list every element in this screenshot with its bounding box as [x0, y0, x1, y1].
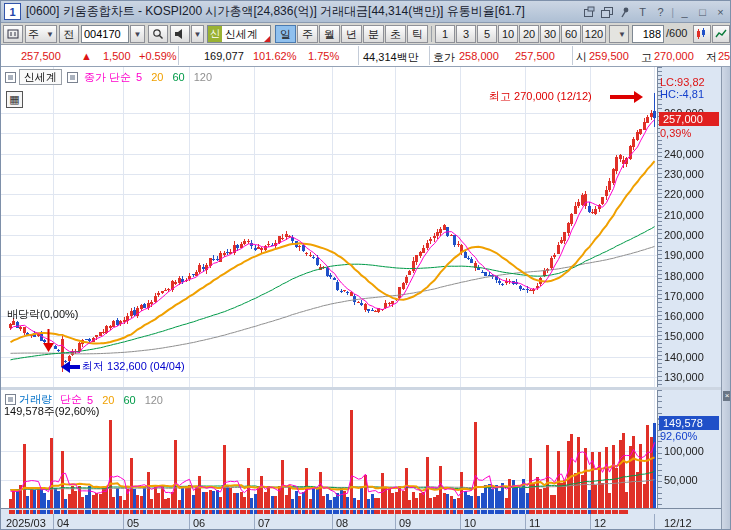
turnover-ratio: 1.75% [308, 50, 339, 62]
minimize-button[interactable]: _ [677, 4, 692, 19]
hoga-label: 호가 [433, 50, 455, 65]
x-axis-month-label: 12 [594, 517, 606, 529]
interval-20-button[interactable]: 20 [519, 25, 539, 43]
chart-window: 1 [0600] 키움종합차트 - KOSPI200 시가총액[24,836(억… [0, 0, 731, 530]
title-bar[interactable]: 1 [0600] 키움종합차트 - KOSPI200 시가총액[24,836(억… [1, 1, 731, 23]
x-axis-month-label: 07 [258, 517, 270, 529]
interval-3-button[interactable]: 3 [456, 25, 476, 43]
pin-icon[interactable] [617, 4, 632, 19]
x-axis-month-label: 10 [464, 517, 476, 529]
x-axis-separator [53, 514, 54, 530]
close-button[interactable]: × [713, 4, 728, 19]
current-volume-pct: 92,60% [660, 430, 718, 442]
chevron-down-icon: ▼ [618, 30, 626, 39]
toolbar: 주▼ 전 ▼ ▼ 신 신세계 일 주 월 년 분 초 틱 1 3 5 10 20… [1, 23, 731, 45]
price-axis-label: 230,000 [664, 168, 704, 180]
x-axis-month-label: 08 [336, 517, 348, 529]
x-axis-month-label: 09 [399, 517, 411, 529]
tab-period-day[interactable]: 일 [275, 25, 296, 43]
x-axis-separator [189, 514, 190, 530]
speaker-icon [174, 28, 186, 40]
current-price-pct: 0,39% [660, 127, 718, 139]
interval-30-button[interactable]: 30 [540, 25, 560, 43]
add-line-chart-button[interactable] [712, 25, 730, 43]
chart-window-icon-button[interactable] [3, 25, 23, 43]
x-axis-month-label: 05 [127, 517, 139, 529]
x-axis-separator [654, 514, 655, 530]
price-axis-label: 180,000 [664, 270, 704, 282]
right-edge-strip: × [721, 67, 731, 530]
add-candle-chart-button[interactable] [693, 25, 711, 43]
pane-splitter[interactable] [1, 387, 731, 390]
price-change: 1,500 [103, 50, 131, 62]
high-price: 270,000 [654, 50, 694, 62]
trade-value: 44,314백만 [363, 50, 419, 65]
interval-10-button[interactable]: 10 [498, 25, 518, 43]
text-tool-icon[interactable]: T [635, 4, 650, 19]
tab-period-tick[interactable]: 틱 [407, 25, 428, 43]
cascade-windows-icon[interactable] [599, 4, 614, 19]
chevron-down-icon: ▼ [134, 30, 142, 39]
tab-period-year[interactable]: 년 [341, 25, 362, 43]
tab-period-second[interactable]: 초 [385, 25, 406, 43]
volume-chart-canvas[interactable] [1, 390, 657, 508]
x-axis[interactable]: 12/12 2025/03040506070809101112 [1, 508, 731, 530]
volume-axis-ticks [658, 390, 662, 508]
candle-color-strip [1, 510, 657, 514]
current-volume-box: 149,578 [659, 416, 719, 430]
x-axis-separator [254, 514, 255, 530]
bar-count-input[interactable] [632, 25, 664, 43]
tab-period-month[interactable]: 월 [319, 25, 340, 43]
price-axis-label: 130,000 [664, 371, 704, 383]
current-price-box: 257,000 [659, 112, 719, 126]
search-button[interactable] [148, 25, 168, 43]
interval-60-button[interactable]: 60 [561, 25, 581, 43]
low-label: 저 [706, 50, 717, 65]
prev-stock-button[interactable]: 전 [59, 25, 79, 43]
stock-type-badge: 신 [208, 26, 222, 42]
price-axis-label: 160,000 [664, 310, 704, 322]
hc-value: HC:-4,81 [660, 88, 704, 100]
chevron-down-icon: ▼ [194, 30, 202, 39]
price-axis-label: 170,000 [664, 290, 704, 302]
tab-period-week[interactable]: 주 [297, 25, 318, 43]
restore-panel-icon[interactable] [581, 4, 596, 19]
price-axis-label: 190,000 [664, 249, 704, 261]
stock-period-combo[interactable]: 주▼ [25, 25, 57, 43]
chevron-down-icon: ▼ [46, 30, 54, 39]
open-price: 259,500 [589, 50, 629, 62]
price-change-pct: +0.59% [139, 50, 177, 62]
pane-close-button[interactable]: × [723, 391, 731, 401]
x-axis-separator [332, 514, 333, 530]
x-axis-month-label: 04 [57, 517, 69, 529]
interval-5-button[interactable]: 5 [477, 25, 497, 43]
x-axis-month-label: 06 [193, 517, 205, 529]
price-chart-canvas[interactable] [1, 67, 657, 387]
x-axis-last-date: 12/12 [664, 517, 692, 529]
price-axis-label: 140,000 [664, 351, 704, 363]
price-axis-label: 240,000 [664, 148, 704, 160]
maximize-button[interactable]: □ [695, 4, 710, 19]
stock-name-field[interactable]: 신 신세계 [207, 25, 271, 43]
sound-button[interactable] [170, 25, 190, 43]
info-separator [358, 46, 359, 65]
interval-dropdown[interactable]: ▼ [609, 25, 629, 43]
volume-axis[interactable]: 149,578 92,60% 100,00050,000 [657, 390, 721, 508]
info-separator [178, 46, 179, 65]
x-axis-separator [525, 514, 526, 530]
high-label: 고 [641, 50, 652, 65]
stock-code-input[interactable] [81, 25, 129, 43]
tab-period-minute[interactable]: 분 [363, 25, 384, 43]
change-arrow-icon: ▲ [81, 50, 92, 62]
current-price: 257,500 [21, 50, 61, 62]
price-axis[interactable]: LC:93,82 130,000140,000150,000160,000170… [657, 67, 721, 387]
interval-1-button[interactable]: 1 [435, 25, 455, 43]
price-axis-label: 220,000 [664, 188, 704, 200]
code-dropdown-button[interactable]: ▼ [130, 25, 145, 43]
lc-value: LC:93,82 [660, 76, 705, 88]
sound-dropdown-button[interactable]: ▼ [191, 25, 204, 43]
open-label: 시 [576, 50, 587, 65]
x-axis-month-label: 11 [529, 517, 540, 529]
help-icon[interactable]: ? [653, 4, 668, 19]
interval-120-button[interactable]: 120 [582, 25, 606, 43]
